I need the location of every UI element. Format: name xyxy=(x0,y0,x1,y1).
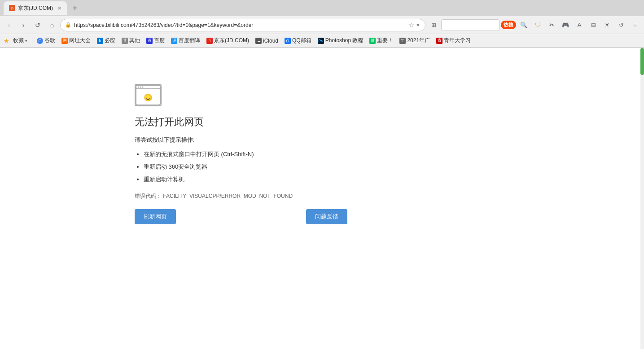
zhongyao-label: 重要！ xyxy=(377,37,393,44)
suggestion-1: 在新的无痕式窗口中打开网页 (Ctrl-Shift-N) xyxy=(144,148,347,160)
qqmail-label: QQ邮箱 xyxy=(292,37,311,44)
security-icon[interactable]: 🛡 xyxy=(531,19,544,31)
separator-1 xyxy=(32,37,32,44)
error-code-line: 错误代码： FACILITY_VISUALCPP/ERROR_MOD_NOT_F… xyxy=(135,192,347,200)
page-content: 😞 无法打开此网页 请尝试按以下提示操作: 在新的无痕式窗口中打开网页 (Ctr… xyxy=(0,48,644,349)
svg-point-3 xyxy=(140,87,141,88)
tab-title: 京东(JD.COM) xyxy=(18,4,53,12)
scrollbar-track xyxy=(640,48,644,349)
jd-favicon: J xyxy=(206,38,213,44)
toolbar-right: ⊞ 热搜 🔍 🛡 ✂ 🎮 A ⊟ ☀ ↺ ≡ xyxy=(427,19,641,31)
bookmarks-star-icon: ★ xyxy=(4,37,9,44)
error-code-label: 错误代码： xyxy=(135,193,162,199)
bookmark-qingnian[interactable]: 青 青年大学习 xyxy=(434,36,473,45)
bookmark-baidu-fanyi[interactable]: 译 百度翻译 xyxy=(168,36,203,45)
translate-icon[interactable]: A xyxy=(573,19,586,31)
bookmarks-bar: ★ 收藏 ▾ G 谷歌 网 网址大全 b 必应 其 其他 百 百度 译 百度翻译 xyxy=(0,34,644,48)
bookmark-jd[interactable]: J 京东(JD.COM) xyxy=(204,36,252,45)
address-menu[interactable]: ▼ xyxy=(416,22,421,28)
error-suggestions: 在新的无痕式窗口中打开网页 (Ctrl-Shift-N) 重新启动 360安全浏… xyxy=(135,148,347,185)
error-container: 😞 无法打开此网页 请尝试按以下提示操作: 在新的无痕式窗口中打开网页 (Ctr… xyxy=(0,48,347,224)
icloud-favicon: ☁ xyxy=(255,38,262,44)
baidu-label: 百度 xyxy=(154,37,165,44)
theme-icon[interactable]: ☀ xyxy=(601,19,613,31)
refresh-nav-button[interactable]: ↺ xyxy=(31,19,44,31)
nianyuan-label: 2021年广 xyxy=(407,37,430,44)
qita-label: 其他 xyxy=(129,37,140,44)
svg-point-4 xyxy=(142,87,144,88)
bookmark-qita[interactable]: 其 其他 xyxy=(119,36,143,45)
split-screen-icon[interactable]: ⊟ xyxy=(587,19,600,31)
photoshop-favicon: Ps xyxy=(318,38,324,44)
search-box[interactable] xyxy=(441,19,499,31)
bookmark-zhongyao[interactable]: 微 重要！ xyxy=(367,36,396,45)
qqmail-favicon: Q xyxy=(285,38,291,44)
qingnian-label: 青年大学习 xyxy=(444,37,471,44)
error-subtitle: 请尝试按以下提示操作: xyxy=(135,136,347,144)
feedback-button[interactable]: 问题反馈 xyxy=(306,209,347,224)
google-favicon: G xyxy=(37,38,43,44)
tab-favicon: B xyxy=(9,5,15,11)
scrollbar-thumb[interactable] xyxy=(640,48,644,75)
photoshop-label: Photoshop 教程 xyxy=(325,37,364,44)
google-label: 谷歌 xyxy=(44,37,55,44)
jd-label: 京东(JD.COM) xyxy=(214,37,249,44)
baidu-fanyi-label: 百度翻译 xyxy=(179,37,200,44)
active-tab[interactable]: B 京东(JD.COM) ✕ xyxy=(4,1,67,15)
qingnian-favicon: 青 xyxy=(436,38,442,44)
apps-icon[interactable]: ⊞ xyxy=(427,19,440,31)
menu-button[interactable]: ≡ xyxy=(629,19,641,31)
address-actions: ☆ ▼ xyxy=(409,22,421,28)
address-bar[interactable]: 🔒 https://space.bilibili.com/473524263/v… xyxy=(60,19,425,31)
bookmark-qqmail[interactable]: Q QQ邮箱 xyxy=(282,36,314,45)
baidu-fanyi-favicon: 译 xyxy=(171,38,177,44)
error-buttons: 刷新网页 问题反馈 xyxy=(135,209,347,224)
hot-search-badge[interactable]: 热搜 xyxy=(501,21,516,29)
bing-favicon: b xyxy=(97,38,103,44)
suggestion-2: 重新启动 360安全浏览器 xyxy=(144,161,347,173)
scissors-icon[interactable]: ✂ xyxy=(545,19,558,31)
home-button[interactable]: ⌂ xyxy=(46,19,58,31)
baidu-favicon: 百 xyxy=(146,38,153,44)
svg-point-2 xyxy=(138,87,139,88)
bookmark-wangzhan[interactable]: 网 网址大全 xyxy=(59,36,93,45)
error-icon: 😞 xyxy=(135,84,162,106)
ssl-icon: 🔒 xyxy=(65,22,71,28)
suggestion-3: 重新启动计算机 xyxy=(144,174,347,185)
tab-close-button[interactable]: ✕ xyxy=(57,5,61,11)
tab-bar: B 京东(JD.COM) ✕ + xyxy=(0,0,644,16)
bookmark-baidu[interactable]: 百 百度 xyxy=(144,36,167,45)
bookmark-bing[interactable]: b 必应 xyxy=(94,36,118,45)
icloud-label: iCloud xyxy=(263,38,278,44)
error-title: 无法打开此网页 xyxy=(135,115,347,129)
bookmark-collections[interactable]: 收藏 ▾ xyxy=(10,36,30,45)
bookmark-star[interactable]: ☆ xyxy=(409,22,414,28)
forward-button[interactable]: › xyxy=(17,19,30,31)
bookmark-icloud[interactable]: ☁ iCloud xyxy=(253,37,281,45)
error-code-value: FACILITY_VISUALCPP/ERROR_MOD_NOT_FOUND xyxy=(163,193,293,199)
collections-arrow: ▾ xyxy=(25,39,27,43)
back-button[interactable]: ‹ xyxy=(3,19,15,31)
search-icon[interactable]: 🔍 xyxy=(517,19,530,31)
svg-text:😞: 😞 xyxy=(144,93,153,102)
nianyuan-favicon: 年 xyxy=(399,38,406,44)
new-tab-button[interactable]: + xyxy=(69,2,81,14)
navigation-bar: ‹ › ↺ ⌂ 🔒 https://space.bilibili.com/473… xyxy=(0,16,644,34)
history-icon[interactable]: ↺ xyxy=(615,19,627,31)
url-text: https://space.bilibili.com/473524263/vid… xyxy=(74,22,406,28)
zhongyao-favicon: 微 xyxy=(369,38,376,44)
bookmark-google[interactable]: G 谷歌 xyxy=(34,36,58,45)
collections-label: 收藏 xyxy=(13,37,24,44)
refresh-page-button[interactable]: 刷新网页 xyxy=(135,209,176,224)
search-input[interactable] xyxy=(445,22,495,28)
wangzhan-label: 网址大全 xyxy=(69,37,91,44)
bing-label: 必应 xyxy=(105,37,115,44)
svg-rect-1 xyxy=(136,85,160,89)
gamepad-icon[interactable]: 🎮 xyxy=(559,19,572,31)
wangzhan-favicon: 网 xyxy=(61,38,68,44)
bookmark-nianyuan[interactable]: 年 2021年广 xyxy=(397,36,433,45)
qita-favicon: 其 xyxy=(122,38,128,44)
bookmark-photoshop[interactable]: Ps Photoshop 教程 xyxy=(315,36,366,45)
